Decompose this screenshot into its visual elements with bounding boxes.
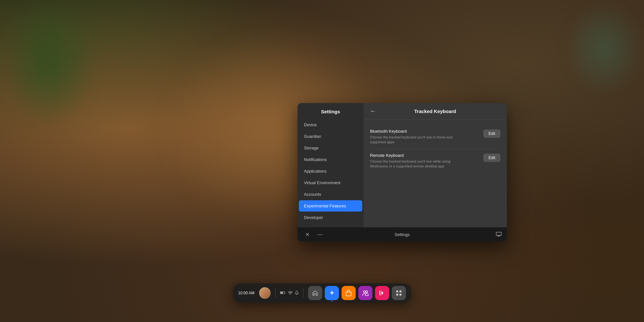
settings-content: ← Tracked Keyboard Bluetooth Keyboard Ch… [364, 103, 507, 227]
battery-icon [280, 291, 286, 295]
minimize-icon: — [317, 232, 323, 237]
status-icons [280, 290, 298, 296]
sidebar-item-experimental-features[interactable]: Experimental Features [299, 200, 362, 212]
taskbar-time: 10:00 AM [238, 291, 255, 295]
bluetooth-keyboard-edit-button[interactable]: Edit [483, 129, 500, 138]
sidebar-item-storage[interactable]: Storage [299, 142, 362, 154]
bottom-bar-left: ✕ — [303, 230, 325, 239]
svg-rect-6 [346, 292, 351, 296]
people-app-button[interactable] [358, 286, 372, 300]
remote-keyboard-text: Remote Keyboard Choose the tracked keybo… [370, 153, 479, 169]
taskbar-divider [275, 288, 275, 298]
content-header: ← Tracked Keyboard [364, 103, 507, 120]
sidebar-item-device[interactable]: Device [299, 119, 362, 130]
store-app-button[interactable] [341, 286, 355, 300]
wifi-icon [288, 291, 293, 295]
remote-keyboard-title: Remote Keyboard [370, 153, 479, 158]
svg-rect-2 [497, 236, 500, 236]
bg-plant-left [0, 0, 97, 129]
grid-app-button[interactable] [392, 286, 406, 300]
content-body: Bluetooth Keyboard Choose the tracked ke… [364, 120, 507, 227]
share-app-button[interactable] [375, 286, 389, 300]
bluetooth-keyboard-desc: Choose the tracked keyboard you'll see i… [370, 135, 460, 145]
bluetooth-keyboard-text: Bluetooth Keyboard Choose the tracked ke… [370, 129, 479, 145]
remote-keyboard-item: Remote Keyboard Choose the tracked keybo… [370, 149, 500, 173]
svg-point-7 [363, 291, 365, 293]
content-title: Tracked Keyboard [380, 109, 500, 114]
taskbar: 10:00 AM [233, 283, 411, 303]
svg-rect-10 [399, 290, 401, 292]
minimize-window-icon[interactable]: — [316, 230, 325, 239]
remote-keyboard-desc: Choose the tracked keyboard you'll see w… [370, 159, 460, 169]
svg-rect-9 [396, 290, 398, 292]
svg-rect-12 [399, 294, 401, 296]
settings-bottom-bar: ✕ — Settings [298, 227, 507, 242]
taskbar-avatar[interactable] [259, 287, 270, 299]
close-window-icon[interactable]: ✕ [303, 230, 312, 239]
bottom-bar-title: Settings [395, 232, 410, 237]
svg-rect-4 [280, 292, 283, 294]
bluetooth-keyboard-title: Bluetooth Keyboard [370, 129, 479, 134]
sidebar-item-developer[interactable]: Developer [299, 212, 362, 223]
taskbar-time-section: 10:00 AM [238, 291, 255, 295]
meta-app-button[interactable]: + [325, 286, 339, 300]
sidebar-item-guardian[interactable]: Guardian [299, 131, 362, 142]
svg-point-8 [365, 291, 367, 293]
sidebar-item-about[interactable]: About [299, 223, 362, 227]
home-app-button[interactable] [308, 286, 322, 300]
settings-sidebar-title: Settings [298, 103, 364, 119]
taskbar-apps: + [308, 286, 406, 300]
notifications-icon [295, 290, 298, 296]
svg-rect-0 [496, 232, 501, 235]
bg-plant-right [564, 0, 644, 97]
svg-point-5 [290, 294, 290, 295]
cast-icon[interactable] [496, 232, 502, 237]
settings-sidebar: Settings Device Guardian Storage Notific… [298, 103, 364, 227]
avatar-face [260, 289, 269, 298]
sidebar-item-applications[interactable]: Applications [299, 166, 362, 177]
remote-keyboard-edit-button[interactable]: Edit [483, 154, 500, 162]
sidebar-item-virtual-environment[interactable]: Virtual Environment [299, 177, 362, 188]
svg-rect-11 [396, 294, 398, 296]
back-button[interactable]: ← [370, 108, 376, 115]
sidebar-item-accounts[interactable]: Accounts [299, 189, 362, 200]
sidebar-nav: Device Guardian Storage Notifications Ap… [298, 119, 364, 227]
back-arrow-icon: ← [370, 108, 376, 115]
taskbar-divider-2 [303, 288, 303, 298]
sidebar-item-notifications[interactable]: Notifications [299, 154, 362, 165]
bluetooth-keyboard-item: Bluetooth Keyboard Choose the tracked ke… [370, 125, 500, 149]
close-icon: ✕ [305, 232, 309, 238]
